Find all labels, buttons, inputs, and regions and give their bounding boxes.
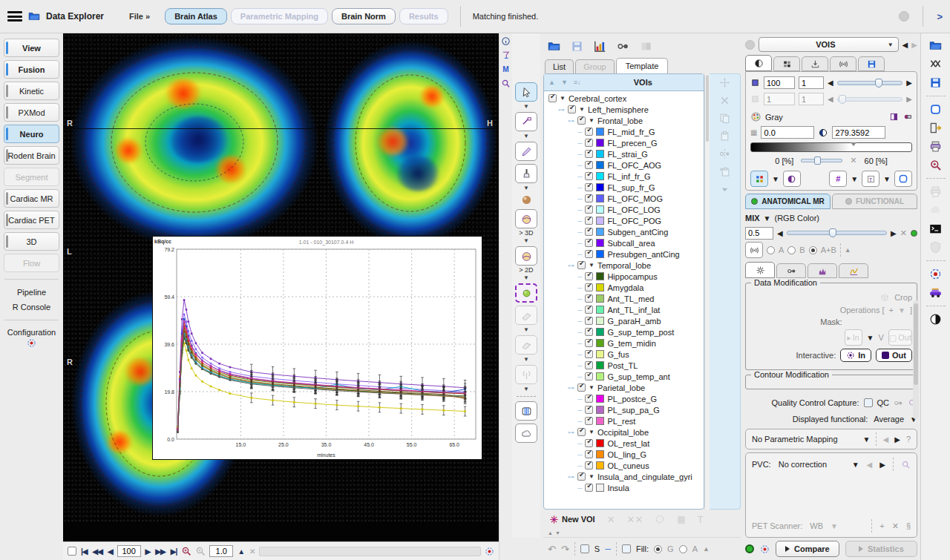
voi-row-ol-cuneus[interactable]: ─OL_cuneus — [546, 460, 704, 471]
last-frame-button[interactable]: ▶| — [170, 547, 178, 556]
pet-scanner-value[interactable]: WB — [810, 521, 823, 530]
voi-color-swatch[interactable] — [596, 450, 604, 458]
layer-a-slider[interactable] — [837, 81, 903, 85]
tool-tab-link[interactable] — [776, 263, 806, 278]
tool-dropdown-icon[interactable]: ▼ — [523, 357, 529, 363]
tool-hand-wrench-button[interactable] — [515, 112, 537, 131]
voi-checkbox[interactable] — [585, 172, 593, 180]
voi-row-ant-tl-inf-lat[interactable]: ─Ant_TL_inf_lat — [546, 304, 704, 315]
voi-checkbox[interactable] — [585, 128, 593, 136]
zoom-out-icon[interactable] — [195, 546, 206, 556]
tool-iso-3d-button[interactable] — [515, 209, 537, 228]
voi-row-occipital-lobe[interactable]: ⊶▼Occipital_lobe — [546, 426, 704, 438]
voi-color-swatch[interactable] — [596, 161, 604, 169]
minus-icon[interactable]: ─ — [605, 544, 611, 553]
voi-row-subgen-antcing[interactable]: ─Subgen_antCing — [546, 226, 704, 237]
time-activity-curve-overlay[interactable]: 15.025.035.045.055.065.00.019.839.659.47… — [152, 236, 482, 460]
sidebar-link-r-console[interactable]: R Console — [3, 300, 60, 314]
first-frame-button[interactable]: |◀ — [80, 547, 88, 556]
voi-checkbox[interactable] — [585, 150, 593, 158]
tool-eraser-3d-button[interactable] — [515, 335, 537, 355]
display-tab-dynamic-waves[interactable] — [830, 56, 856, 71]
data-explorer-icon[interactable] — [28, 10, 40, 22]
gray-colorbar[interactable] — [750, 142, 912, 152]
voi-tab-template[interactable]: Template — [616, 58, 669, 73]
topbar-tab-results[interactable]: Results — [399, 8, 448, 24]
frame-number-input[interactable] — [117, 545, 141, 557]
voi-row-fl-ofc-pog[interactable]: ─FL_OFC_POG — [546, 215, 704, 226]
chevron-down-icon[interactable] — [719, 184, 730, 195]
delete-voi-icon[interactable]: ✕ — [607, 514, 615, 525]
expand-right-icon[interactable]: > — [937, 11, 943, 22]
voi-row-cerebral-cortex[interactable]: ▼Cerebral_cortex — [546, 93, 704, 104]
file-menu[interactable]: File » — [129, 12, 150, 21]
tool-antenna-button[interactable] — [515, 365, 537, 384]
pvc-next-icon[interactable]: ▶ — [879, 461, 885, 469]
capture-target-icon[interactable] — [485, 547, 494, 556]
voi-row-ol-rest-lat[interactable]: ─OL_rest_lat — [546, 438, 704, 449]
voi-row-post-tl[interactable]: ─Post_TL — [546, 360, 704, 371]
sort-order-icon[interactable]: ≡↓ — [574, 79, 581, 86]
layer-b-value-input[interactable] — [764, 93, 795, 105]
layer-a-right-icon[interactable]: ▶ — [906, 79, 912, 87]
rotate-colormap-icon[interactable] — [902, 112, 912, 122]
expander-icon[interactable]: ▼ — [589, 473, 594, 480]
layer-b-slider[interactable] — [837, 97, 903, 102]
next-frame-button[interactable]: ▶ — [145, 547, 151, 556]
tool-brain-stripes-button[interactable] — [515, 401, 537, 421]
tool-cursor-button[interactable] — [515, 82, 537, 102]
voi-row-amygdala[interactable]: ─Amygdala — [546, 282, 704, 293]
tool-tab-curve[interactable] — [839, 263, 868, 278]
magnifier-red-icon[interactable] — [929, 159, 942, 171]
topbar-tab-brain-atlas[interactable]: Brain Atlas — [165, 8, 227, 24]
mix-value-input[interactable] — [745, 227, 773, 240]
tool-sphere-dashed-button[interactable] — [515, 283, 537, 303]
voi-row-left-hemisphere[interactable]: ⊶▼Left_hemisphere — [546, 104, 704, 115]
mix-slider[interactable] — [787, 231, 887, 235]
voi-row-temporal-lobe[interactable]: ⊶▼Temporal_lobe — [546, 260, 704, 271]
blob-icon[interactable] — [929, 204, 942, 217]
sidebar-item-cardiac-pet[interactable]: Cardiac PET — [4, 211, 59, 229]
display-tab-capture-tray[interactable] — [802, 56, 828, 71]
selector-next-icon[interactable]: ▶ — [911, 41, 917, 49]
zoom-in-icon[interactable] — [181, 546, 191, 556]
voi-row-g-parah-amb[interactable]: ─G_paraH_amb — [546, 315, 704, 326]
voi-color-swatch[interactable] — [596, 205, 604, 214]
mix-right-icon[interactable]: ▶ — [891, 229, 897, 237]
layout-dropdown-icon[interactable]: ▼ — [772, 175, 779, 183]
voi-row-fl-ofc-log[interactable]: ─FL_OFC_LOG — [546, 204, 704, 215]
voi-color-swatch[interactable] — [596, 328, 604, 336]
tool-dropdown-icon[interactable]: ▼ — [523, 104, 529, 110]
sidebar-item-view[interactable]: View — [4, 39, 59, 57]
expander-icon[interactable]: ▼ — [589, 117, 594, 124]
voi-color-swatch[interactable] — [596, 194, 604, 202]
voi-checkbox[interactable] — [585, 417, 593, 425]
frame-slider-track[interactable] — [259, 547, 481, 556]
tool-dropdown-icon[interactable]: ▼ — [523, 327, 529, 333]
open-folder-icon[interactable] — [929, 39, 942, 52]
window-min-input[interactable] — [761, 126, 814, 139]
pvc-value[interactable]: No correction — [779, 460, 845, 469]
annotation-dropdown-icon[interactable]: ▼ — [883, 175, 891, 183]
sidebar-item-segment[interactable]: Segment — [4, 168, 59, 186]
voi-row-g-sup-temp-ant[interactable]: ─G_sup_temp_ant — [546, 371, 704, 382]
voi-checkbox[interactable] — [585, 194, 593, 202]
operations-dropdown-icon[interactable]: ▼ — [898, 306, 905, 314]
pvc-dropdown-icon[interactable]: ▼ — [852, 461, 859, 469]
mask-in-button[interactable]: ▸ In — [845, 329, 862, 346]
voi-color-swatch[interactable] — [596, 306, 604, 314]
sidebar-item-pxmod[interactable]: PXMod — [4, 103, 59, 122]
scanner-dropdown-icon[interactable]: ▼ — [831, 522, 838, 530]
voi-color-swatch[interactable] — [596, 372, 604, 381]
voi-row-fl-strai-g[interactable]: ─FL_strai_G — [546, 148, 704, 159]
window-max-input[interactable] — [832, 126, 885, 139]
voi-color-swatch[interactable] — [596, 361, 604, 369]
mirror-icon[interactable] — [719, 148, 730, 159]
parametric-help-icon[interactable]: ? — [906, 435, 911, 444]
previous-frame-button[interactable]: ◀ — [107, 547, 114, 556]
voi-checkbox[interactable] — [585, 205, 593, 214]
voi-row-pl-rest[interactable]: ─PL_rest — [546, 415, 704, 426]
invert-display-icon[interactable] — [889, 112, 899, 122]
voi-row-fl-inf-fr-g[interactable]: ─FL_inf_fr_G — [546, 171, 704, 182]
group-assign-icon[interactable] — [640, 40, 652, 53]
